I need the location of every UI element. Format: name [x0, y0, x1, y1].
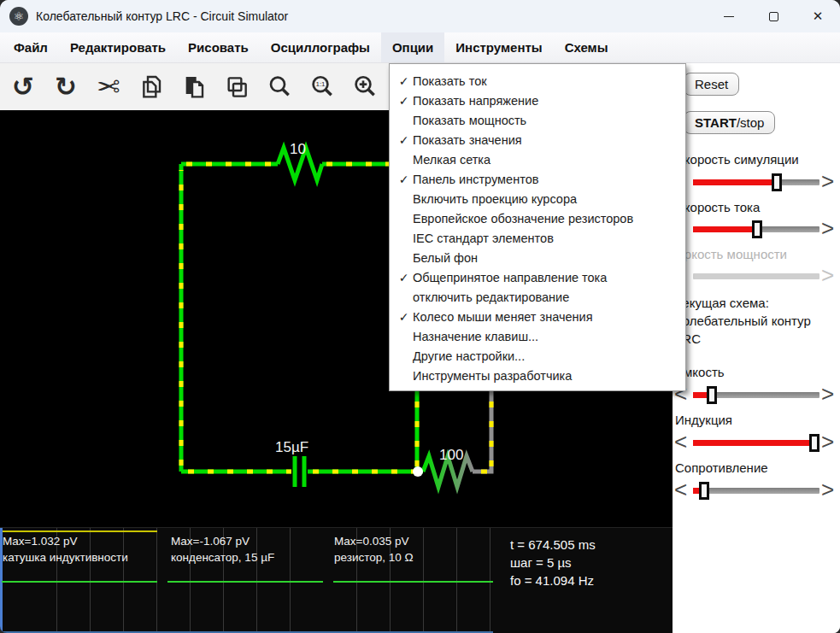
increase-arrow-icon[interactable]: >	[821, 215, 834, 241]
option-other-settings[interactable]: Другие настройки...	[390, 346, 685, 366]
option-label: Другие настройки...	[413, 349, 525, 363]
zoom-actual-size-button[interactable]: 1:1	[308, 70, 337, 104]
zoom-in-icon	[351, 73, 379, 101]
scope1-label: катушка индуктивности	[3, 549, 128, 566]
app-icon: ⚛	[9, 7, 28, 26]
resistance-label: Сопротивление	[675, 460, 768, 475]
zoom-search-button[interactable]	[265, 70, 294, 104]
option-label: Европейское обозначение резисторов	[413, 212, 633, 226]
decrease-arrow-icon[interactable]: <	[674, 429, 687, 454]
decrease-arrow-icon[interactable]: <	[674, 477, 687, 502]
duplicate-icon	[223, 73, 250, 101]
option-toolbar[interactable]: ✓Панель инструментов	[390, 169, 685, 189]
slider-thumb[interactable]	[707, 386, 717, 404]
current-speed-label: Скорость тока	[675, 200, 760, 214]
option-label: IEC стандарт элементов	[413, 232, 554, 245]
scope3-readout[interactable]: Max=0.035 pV резистор, 10 Ω	[334, 533, 414, 566]
inductance-label: Индукция	[675, 413, 732, 427]
slider-thumb[interactable]	[809, 434, 819, 452]
redo-button[interactable]: ↻	[51, 70, 80, 104]
close-button[interactable]: ✕	[796, 0, 840, 32]
option-mouse-wheel[interactable]: ✓Колесо мыши меняет значения	[390, 307, 685, 326]
increase-arrow-icon[interactable]: >	[821, 168, 834, 194]
capacitance-track[interactable]	[693, 392, 819, 398]
increase-arrow-icon[interactable]: >	[821, 477, 834, 502]
start-stop-button[interactable]: START/stop	[684, 111, 775, 134]
option-small-grid[interactable]: Мелкая сетка	[390, 149, 685, 169]
option-show-power[interactable]: Показать мощность	[390, 110, 685, 130]
slider-thumb[interactable]	[752, 220, 762, 238]
reset-button[interactable]: Reset	[684, 73, 739, 96]
scope-divider	[157, 528, 167, 633]
cut-button[interactable]: ✂	[94, 70, 123, 104]
option-cursor-projection[interactable]: Включить проекцию курсора	[390, 189, 685, 208]
resistor-right-value: 100	[439, 447, 463, 464]
undo-button[interactable]: ↺	[9, 70, 38, 104]
increase-arrow-icon: >	[821, 262, 834, 288]
zoom-actual-size-icon: 1:1	[308, 73, 336, 101]
option-iec-standard[interactable]: IEC стандарт элементов	[390, 228, 685, 248]
simulation-info: t = 674.505 ms шаг = 5 µs fo = 41.094 Hz	[510, 536, 596, 589]
option-developer-tools[interactable]: Инструменты разработчика	[390, 366, 685, 385]
menu-draw[interactable]: Рисовать	[177, 32, 260, 62]
scope1-top-highlight	[0, 530, 157, 532]
option-label: Колесо мыши меняет значения	[413, 310, 593, 324]
check-icon: ✓	[397, 173, 411, 186]
option-european-resistors[interactable]: Европейское обозначение резисторов	[390, 208, 685, 228]
option-show-voltage[interactable]: ✓Показать напряжение	[390, 91, 685, 110]
control-panel: Reset START/stop Скорость симуляции > Ск…	[673, 63, 840, 633]
copy-button[interactable]	[137, 70, 166, 104]
menu-options[interactable]: Опции	[381, 32, 444, 62]
slider-fill	[693, 179, 777, 185]
power-brightness-slider: >	[673, 267, 840, 286]
scope1-readout[interactable]: Max=1.032 pV катушка индуктивности	[3, 533, 128, 566]
maximize-button[interactable]	[751, 0, 796, 32]
minimize-icon	[724, 16, 734, 17]
check-icon: ✓	[397, 133, 411, 147]
option-label: Показать значения	[413, 133, 522, 147]
scope2-readout[interactable]: Max=-1.067 pV конденсатор, 15 µF	[171, 533, 274, 566]
window-controls: ✕	[707, 0, 840, 32]
menu-tools[interactable]: Инструменты	[444, 32, 553, 62]
menu-edit[interactable]: Редактировать	[59, 32, 177, 62]
zoom-in-button[interactable]	[350, 70, 379, 104]
slider-fill	[693, 226, 757, 232]
option-disable-editing[interactable]: отключить редактирование	[390, 287, 685, 307]
resistance-track[interactable]	[693, 488, 819, 494]
inductance-track[interactable]	[693, 440, 819, 446]
app-window: ⚛ Колебательный контур LRC - Circuit Sim…	[0, 0, 840, 633]
minimize-button[interactable]	[707, 0, 751, 32]
current-speed-slider: >	[673, 220, 840, 239]
capacitance-slider: < >	[673, 386, 840, 405]
slider-fill	[693, 440, 814, 446]
copy-icon	[138, 73, 165, 101]
current-circuit-name: Колебательный контур LRC	[675, 312, 834, 348]
menu-circuits[interactable]: Схемы	[554, 32, 620, 62]
close-icon: ✕	[813, 9, 824, 24]
option-label: Мелкая сетка	[413, 153, 490, 167]
check-icon: ✓	[397, 271, 411, 284]
slider-thumb[interactable]	[772, 173, 782, 191]
scope2-label: конденсатор, 15 µF	[171, 549, 274, 566]
paste-button[interactable]	[179, 70, 209, 104]
option-label: Инструменты разработчика	[413, 369, 572, 383]
option-label: Показать напряжение	[413, 94, 538, 108]
option-show-values[interactable]: ✓Показать значения	[390, 130, 685, 149]
menu-scopes[interactable]: Осциллографы	[260, 32, 381, 62]
option-label: Показать мощность	[413, 114, 526, 127]
option-shortcuts[interactable]: Назначение клавиш...	[390, 326, 685, 346]
increase-arrow-icon[interactable]: >	[821, 381, 834, 407]
option-show-current[interactable]: ✓Показать ток	[390, 71, 685, 91]
stop-label: /stop	[737, 115, 765, 130]
sim-speed-track[interactable]	[693, 179, 819, 185]
current-speed-track[interactable]	[693, 226, 819, 232]
duplicate-button[interactable]	[222, 70, 251, 104]
check-icon: ✓	[397, 94, 411, 108]
option-conventional-current[interactable]: ✓Общепринятое направление тока	[390, 267, 685, 287]
option-white-background[interactable]: Белый фон	[390, 248, 685, 267]
slider-thumb[interactable]	[699, 482, 709, 500]
menu-file[interactable]: Файл	[3, 32, 59, 62]
sim-time: t = 674.505 ms	[510, 536, 596, 554]
increase-arrow-icon[interactable]: >	[821, 429, 834, 454]
option-label: Белый фон	[413, 251, 478, 265]
